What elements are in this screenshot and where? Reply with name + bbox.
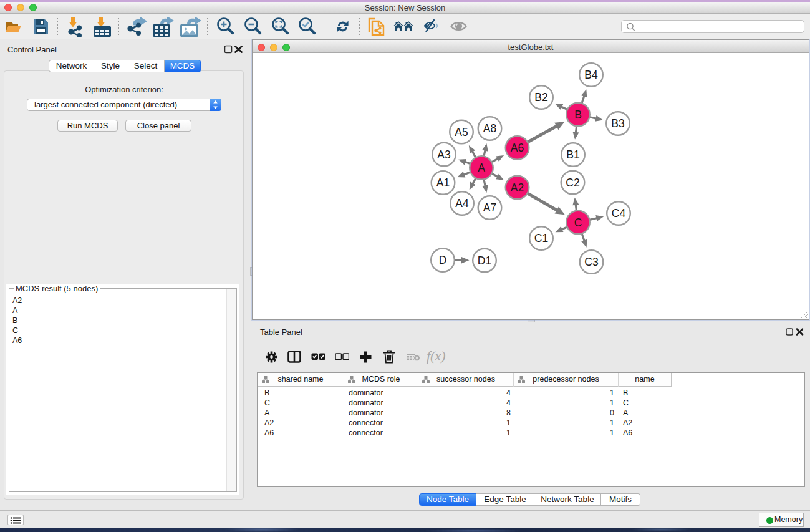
svg-text:A5: A5 bbox=[455, 126, 468, 138]
svg-text:C2: C2 bbox=[566, 177, 579, 189]
svg-text:D1: D1 bbox=[478, 254, 491, 267]
svg-text:A3: A3 bbox=[437, 148, 450, 161]
svg-text:B: B bbox=[574, 109, 582, 121]
svg-text:B1: B1 bbox=[566, 148, 579, 161]
svg-text:A6: A6 bbox=[511, 142, 524, 154]
svg-text:A1: A1 bbox=[436, 177, 450, 189]
svg-text:A7: A7 bbox=[483, 201, 496, 214]
svg-text:C3: C3 bbox=[584, 256, 598, 268]
svg-text:C4: C4 bbox=[612, 207, 626, 220]
svg-text:A: A bbox=[478, 162, 485, 174]
svg-text:A4: A4 bbox=[455, 197, 469, 210]
svg-text:A2: A2 bbox=[511, 181, 524, 194]
svg-text:D: D bbox=[439, 254, 447, 266]
svg-text:A8: A8 bbox=[483, 122, 496, 135]
svg-text:B2: B2 bbox=[534, 91, 547, 104]
svg-text:B4: B4 bbox=[584, 69, 598, 81]
svg-text:C: C bbox=[574, 216, 582, 229]
svg-text:C1: C1 bbox=[534, 232, 548, 244]
svg-text:B3: B3 bbox=[611, 117, 624, 130]
